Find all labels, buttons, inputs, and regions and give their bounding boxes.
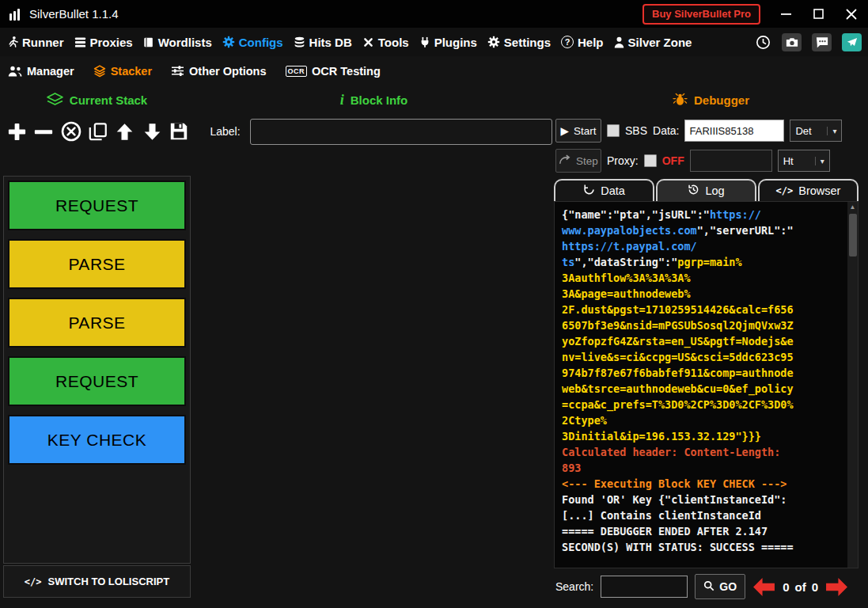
debugger-tabs: Data Log </> Browser	[554, 179, 859, 201]
chevron-down-icon: ▾	[827, 127, 841, 135]
menu-item-help[interactable]: ? Help	[561, 36, 604, 49]
tab-label: Data	[601, 184, 625, 197]
data-input[interactable]	[684, 120, 784, 142]
maximize-button[interactable]	[813, 9, 824, 19]
chevron-down-icon: ▾	[815, 157, 829, 165]
tab-log[interactable]: Log	[656, 179, 756, 201]
log-line: www.paypalobjects.com","serverURL":"	[562, 222, 845, 238]
config-submenu: Manager Stacker Other Options OCR OCR Te…	[0, 56, 868, 86]
submenu-item-stacker[interactable]: Stacker	[93, 65, 152, 78]
submenu-item-manager[interactable]: Manager	[8, 65, 74, 78]
clear-stack-button[interactable]	[59, 117, 82, 146]
prev-result-button[interactable]	[752, 577, 775, 597]
result-counter: 0 of 0	[783, 580, 818, 594]
move-down-button[interactable]	[140, 117, 164, 146]
log-scrollbar[interactable]: ▲	[847, 202, 858, 568]
section-title: Current Stack	[70, 93, 147, 107]
log-line: [...] Contains clientInstanceId	[562, 507, 845, 523]
history-clock-icon[interactable]	[755, 34, 771, 51]
stack-block-parse[interactable]: PARSE	[8, 298, 186, 348]
sbs-label: SBS	[625, 124, 647, 137]
remove-block-button[interactable]	[32, 117, 55, 146]
menu-item-settings[interactable]: Settings	[487, 36, 551, 49]
submenu-item-ocr-testing[interactable]: OCR OCR Testing	[286, 65, 381, 78]
menu-item-tools[interactable]: Tools	[362, 36, 409, 49]
next-result-button[interactable]	[825, 577, 848, 597]
scrollbar-thumb[interactable]	[849, 214, 857, 256]
menu-label: Settings	[504, 36, 551, 49]
plug-icon	[419, 36, 430, 48]
section-title: Block Info	[351, 93, 408, 107]
tab-browser[interactable]: </> Browser	[758, 179, 859, 201]
menu-item-hits-db[interactable]: Hits DB	[294, 36, 352, 49]
menu-item-runner[interactable]: Runner	[6, 36, 64, 49]
chat-icon[interactable]	[812, 33, 832, 51]
log-line: 2Ctype%	[562, 412, 845, 428]
stack-diamond-icon	[47, 93, 63, 108]
stack-block-parse[interactable]: PARSE	[8, 239, 186, 289]
proxy-checkbox[interactable]	[644, 154, 657, 167]
proxy-input[interactable]	[690, 150, 772, 172]
result-total: 0	[812, 580, 818, 594]
help-icon: ?	[561, 36, 574, 48]
wordlist-type-dropdown[interactable]: Det ▾	[790, 120, 842, 142]
menu-label: Hits DB	[309, 36, 352, 49]
proxy-type-dropdown[interactable]: Ht ▾	[778, 150, 830, 172]
debugger-row-1: ▶ Start SBS Data: Det ▾	[555, 116, 860, 146]
menu-label: Runner	[22, 36, 64, 49]
stack-block-request[interactable]: REQUEST	[8, 180, 186, 230]
menu-item-silver-zone[interactable]: Silver Zone	[614, 36, 692, 49]
result-current: 0	[783, 580, 789, 594]
search-go-button[interactable]: GO	[695, 574, 745, 599]
debugger-controls: ▶ Start SBS Data: Det ▾ Step Proxy: OFF …	[555, 116, 860, 177]
telegram-icon[interactable]	[842, 33, 862, 51]
search-input[interactable]	[601, 576, 688, 598]
stack-toolbar: Label:	[5, 116, 552, 147]
close-button[interactable]	[846, 9, 857, 20]
info-icon: i	[340, 92, 344, 108]
bug-icon	[673, 93, 688, 108]
result-sep: of	[795, 580, 806, 594]
stack-block-request[interactable]: REQUEST	[8, 356, 186, 406]
menu-label: Wordlists	[158, 36, 212, 49]
proxy-label: Proxy:	[607, 154, 639, 167]
submenu-item-other-options[interactable]: Other Options	[171, 65, 266, 78]
menu-item-wordlists[interactable]: Wordlists	[143, 36, 212, 49]
log-line: SECOND(S) WITH STATUS: SUCCESS =====	[562, 539, 845, 555]
start-button[interactable]: ▶ Start	[555, 119, 601, 142]
camera-icon[interactable]	[782, 33, 802, 51]
move-up-button[interactable]	[113, 117, 137, 146]
log-line: <--- Executing Block KEY CHECK --->	[562, 476, 845, 492]
people-icon	[8, 66, 22, 77]
menu-item-proxies[interactable]: Proxies	[74, 36, 133, 49]
stack-block-key-check[interactable]: KEY CHECK	[8, 415, 186, 465]
menu-label: Configs	[239, 36, 283, 49]
menu-item-configs[interactable]: Configs	[222, 36, 283, 49]
menu-label: Plugins	[434, 36, 477, 49]
log-output: {"name":"pta","jsURL":"https://www.paypa…	[554, 201, 859, 568]
menu-item-plugins[interactable]: Plugins	[419, 36, 477, 49]
buy-pro-button[interactable]: Buy SilverBullet Pro	[642, 4, 760, 25]
menu-label: Tools	[378, 36, 409, 49]
scroll-up-icon[interactable]: ▲	[847, 202, 858, 212]
add-block-button[interactable]	[5, 117, 28, 146]
tab-data[interactable]: Data	[554, 179, 654, 201]
switch-to-loliscript-button[interactable]: </> SWITCH TO LOLISCRIPT	[3, 565, 191, 598]
stacker-layers-icon	[93, 65, 106, 78]
main-menubar: Runner Proxies Wordlists Configs Hits DB…	[0, 28, 868, 56]
section-title: Debugger	[694, 93, 749, 107]
log-line: 974b7f87e67f6babfef911&comp=authnode	[562, 365, 845, 381]
refresh-icon	[583, 184, 595, 198]
block-label-input[interactable]	[250, 119, 552, 145]
section-headers: Current Stack i Block Info Debugger	[0, 86, 868, 115]
save-stack-button[interactable]	[167, 117, 191, 146]
tab-label: Log	[705, 184, 724, 197]
clone-block-button[interactable]	[86, 117, 110, 146]
submenu-label: Manager	[27, 65, 74, 78]
settings-gear-icon	[487, 36, 500, 48]
sbs-checkbox[interactable]	[607, 124, 620, 137]
minimize-button[interactable]	[781, 9, 791, 19]
titlebar: SilverBullet 1.1.4 Buy SilverBullet Pro	[0, 0, 868, 28]
step-button[interactable]: Step	[555, 149, 601, 173]
switch-label: SWITCH TO LOLISCRIPT	[48, 576, 170, 587]
